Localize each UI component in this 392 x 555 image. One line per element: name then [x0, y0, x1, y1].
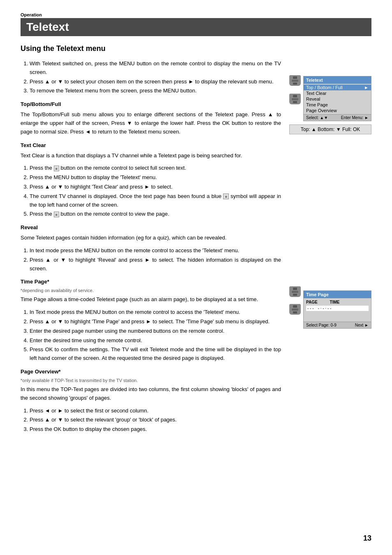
- time-page-step-4: Enter the desired time using the remote …: [30, 336, 281, 345]
- remote-icons-time: [289, 286, 301, 315]
- intro-steps: With Teletext switched on, press the MEN…: [21, 60, 281, 95]
- teletext-menu-item-label-0: Top / Bottom / Full: [306, 85, 343, 90]
- teletext-menu-item-0: Top / Bottom / Full ►: [304, 85, 371, 90]
- teletext-menu-item-4: Page Overview: [304, 108, 371, 113]
- reveal-section: Reveal Some Teletext pages contain hidde…: [21, 224, 281, 273]
- time-page-title: Time Page*: [21, 279, 281, 285]
- time-page-col1: PAGE: [306, 300, 318, 304]
- teletext-blue-icon: ≡: [223, 193, 228, 199]
- top-bottom-full-title: Top/Bottom/Full: [21, 101, 281, 107]
- remote-body-time-2: [289, 304, 301, 315]
- page-overview-step-3: Press the OK button to display the chose…: [30, 425, 281, 434]
- teletext-footer-select: Select: ▲▼: [306, 115, 328, 120]
- teletext-menu-item-label-2: Reveal: [306, 97, 320, 101]
- reveal-title: Reveal: [21, 224, 281, 230]
- text-clear-step-1: Press the ≡ button on the remote control…: [30, 164, 281, 173]
- time-page-step-3: Enter the desired page number using the …: [30, 327, 281, 336]
- teletext-menu-area: Teletext Top / Bottom / Full ► Text Clea…: [289, 72, 371, 121]
- remote-btn-t4: [293, 305, 297, 308]
- time-page-section: Time Page* *depending on availability of…: [21, 279, 281, 363]
- time-page-footer-select: Select Page: 0-9: [306, 323, 337, 327]
- top-bottom-full-body: The Top/Bottom/Full sub menu allows you …: [21, 111, 281, 136]
- time-page-footer: Select Page: 0-9 Next ►: [304, 322, 371, 328]
- time-page-col2: TIME: [330, 300, 340, 304]
- time-page-footer-next: Next ►: [355, 323, 369, 327]
- teletext-menu-item-label-4: Page Overview: [306, 108, 337, 113]
- remote-btn-5: [292, 98, 298, 100]
- remote-btn-t2: [292, 291, 298, 293]
- text-clear-step-2: Press the MENU button to display the 'Te…: [30, 173, 281, 182]
- page-overview-step-1: Press ◄ or ► to select the first or seco…: [30, 407, 281, 415]
- remote-btn-t1: [293, 288, 297, 290]
- page-overview-footnote: *only available if TOP-Text is transmitt…: [21, 378, 281, 383]
- page-title-bar: Teletext: [21, 18, 371, 36]
- time-page-step-2: Press ▲ or ▼ to highlight 'Time Page' an…: [30, 318, 281, 326]
- time-page-page-val: - - -: [307, 306, 314, 311]
- teletext-menu-item-label-3: Time Page: [306, 102, 328, 107]
- page-overview-step-2: Press ▲ or ▼ to select the relevant 'gro…: [30, 416, 281, 424]
- teletext-btn-icon-2: ≡: [54, 212, 59, 217]
- page-number: 13: [363, 534, 371, 543]
- time-page-step-1: In Text mode press the MENU button on th…: [30, 308, 281, 317]
- time-page-box: Time Page PAGE TIME - - - - · - · - - Se…: [303, 290, 371, 329]
- reveal-step-2: Press ▲ or ▼ to highlight 'Reveal' and p…: [30, 256, 281, 273]
- remote-body-bottom: [289, 94, 301, 104]
- top-bottom-bar: Top: ▲ Bottom: ▼ Full: OK: [289, 124, 371, 134]
- intro-step-2: Press ▲ or ▼ to select your chosen item …: [30, 78, 281, 86]
- time-page-spacer: [306, 312, 369, 320]
- remote-btn-1: [293, 76, 297, 79]
- remote-body-time-1: [289, 286, 301, 297]
- remote-btn-4: [293, 95, 297, 97]
- remote-btn-t6: [293, 311, 297, 313]
- remote-btn-3: [293, 83, 297, 85]
- text-clear-step-4: The current TV channel is displayed. Onc…: [30, 192, 281, 210]
- intro-step-3: To remove the Teletext menu from the scr…: [30, 87, 281, 95]
- remote-btn-t5: [292, 309, 298, 311]
- time-page-data-row: - - - - · - · - -: [306, 306, 369, 311]
- intro-step-1: With Teletext switched on, press the MEN…: [30, 60, 281, 77]
- top-bottom-full-section: Top/Bottom/Full The Top/Bottom/Full sub …: [21, 101, 281, 136]
- reveal-step-1: In text mode press the MENU button on th…: [30, 246, 281, 255]
- operation-label: Operation: [21, 12, 371, 17]
- page-overview-section: Page Overview* *only available if TOP-Te…: [21, 368, 281, 434]
- remote-icons-top: [289, 75, 301, 104]
- time-page-content: PAGE TIME - - - - · - · - -: [304, 298, 371, 322]
- teletext-menu-item-2: Reveal: [304, 96, 371, 102]
- teletext-menu-item-arrow-0: ►: [364, 85, 369, 90]
- time-page-step-5: Press OK to confirm the settings. The TV…: [30, 345, 281, 363]
- teletext-menu-items: Top / Bottom / Full ► Text Clear Reveal …: [304, 84, 371, 114]
- remote-body-top: [289, 75, 301, 86]
- page-overview-title: Page Overview*: [21, 368, 281, 375]
- reveal-intro: Some Teletext pages contain hidden infor…: [21, 234, 281, 242]
- teletext-menu-item-1: Text Clear: [304, 90, 371, 96]
- teletext-menu-item-3: Time Page: [304, 102, 371, 108]
- remote-btn-6: [293, 101, 297, 103]
- remote-btn-2: [292, 80, 298, 82]
- page-overview-intro: In this menu the TOP-Text pages are divi…: [21, 385, 281, 403]
- remote-btn-t3: [293, 294, 297, 296]
- time-page-footnote: *depending on availability of service.: [21, 288, 281, 293]
- teletext-menu-header: Teletext: [304, 76, 371, 84]
- teletext-menu-footer: Select: ▲▼ Enter Menu: ►: [304, 114, 371, 121]
- section-title: Using the Teletext menu: [21, 44, 371, 53]
- time-page-intro: Time Page allows a time-coded Teletext p…: [21, 295, 281, 304]
- time-page-col-headers: PAGE TIME: [306, 300, 369, 304]
- time-page-box-header: Time Page: [304, 291, 371, 298]
- teletext-menu-box: Teletext Top / Bottom / Full ► Text Clea…: [303, 76, 371, 121]
- text-clear-intro: Text Clear is a function that displays a…: [21, 152, 281, 160]
- text-clear-title: Text Clear: [21, 142, 281, 148]
- time-page-menu-area: Time Page PAGE TIME - - - - · - · - - Se…: [289, 286, 371, 329]
- side-panel: Teletext Top / Bottom / Full ► Text Clea…: [289, 60, 371, 440]
- text-clear-step-5: Press the ≡ button on the remote control…: [30, 210, 281, 219]
- teletext-menu-item-label-1: Text Clear: [306, 91, 327, 96]
- teletext-btn-icon: ≡: [54, 166, 59, 171]
- text-clear-step-3: Press ▲ or ▼ to highlight 'Text Clear' a…: [30, 183, 281, 191]
- teletext-footer-enter: Enter Menu: ►: [341, 115, 369, 120]
- time-page-time-val: - · - · - -: [318, 306, 332, 311]
- text-clear-section: Text Clear Text Clear is a function that…: [21, 142, 281, 219]
- main-content: With Teletext switched on, press the MEN…: [21, 60, 281, 440]
